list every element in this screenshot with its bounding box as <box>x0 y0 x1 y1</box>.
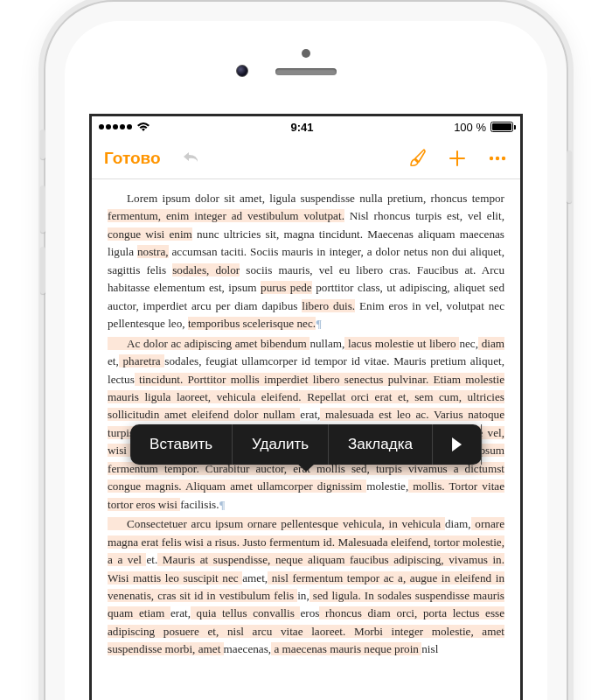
toolbar: Готово <box>92 137 520 179</box>
pilcrow-icon: ¶ <box>316 317 322 330</box>
paragraph-3[interactable]: Consectetuer arcu ipsum ornare pellentes… <box>108 515 504 659</box>
battery-icon <box>490 122 513 132</box>
status-bar: 9:41 100 % <box>92 116 520 137</box>
wifi-icon <box>136 122 150 132</box>
menu-item-delete[interactable]: Удалить <box>233 424 329 465</box>
more-button[interactable] <box>487 148 508 169</box>
context-menu: Вставить Удалить Закладка <box>130 424 482 465</box>
volume-down-button <box>40 247 45 294</box>
signal-strength-icon <box>99 124 132 130</box>
paragraph-1[interactable]: Lorem ipsum dolor sit amet, ligula suspe… <box>108 190 504 333</box>
triangle-right-icon <box>452 438 462 452</box>
svg-point-1 <box>496 156 499 159</box>
volume-up-button <box>40 186 45 233</box>
done-button[interactable]: Готово <box>104 149 161 168</box>
battery-percentage: 100 % <box>454 121 486 134</box>
menu-item-bookmark[interactable]: Закладка <box>329 424 433 465</box>
phone-bezel: 9:41 100 % Готово <box>65 21 547 700</box>
screen: 9:41 100 % Готово <box>89 114 523 700</box>
proximity-sensor <box>302 49 310 58</box>
menu-more-button[interactable] <box>433 424 482 465</box>
front-camera <box>236 65 248 77</box>
add-button[interactable] <box>447 148 468 169</box>
pilcrow-icon: ¶ <box>219 498 225 511</box>
phone-frame: 9:41 100 % Готово <box>44 0 568 700</box>
menu-caret-icon <box>297 464 315 472</box>
svg-point-0 <box>490 156 493 159</box>
svg-point-2 <box>502 156 505 159</box>
earpiece-speaker <box>275 68 337 75</box>
menu-item-paste[interactable]: Вставить <box>130 424 233 465</box>
status-time: 9:41 <box>291 121 314 134</box>
format-brush-button[interactable] <box>407 148 428 169</box>
mute-switch <box>40 130 45 159</box>
power-button <box>567 150 572 203</box>
undo-button[interactable] <box>180 148 203 169</box>
